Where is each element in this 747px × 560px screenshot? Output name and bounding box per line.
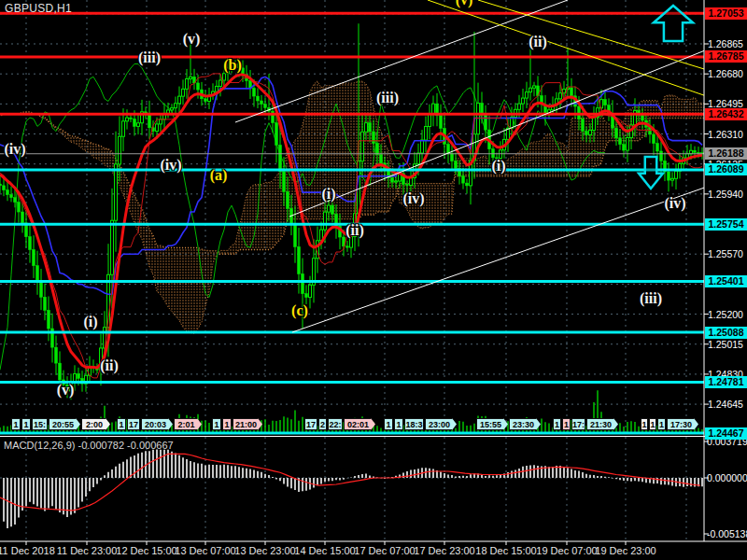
macd-indicator-label: MACD(12,26,9) -0.000782 -0.000667 xyxy=(4,440,174,451)
macd-signal-value: -0.000667 xyxy=(127,440,174,451)
macd-title: MACD(12,26,9) xyxy=(4,440,75,451)
trading-chart-window: 1.268651.266801.264951.263101.261251.259… xyxy=(0,0,747,560)
symbol-timeframe-label: GBPUSD,H1 xyxy=(5,2,72,15)
chart-area[interactable] xyxy=(0,0,747,560)
macd-main-value: -0.000782 xyxy=(78,440,124,451)
